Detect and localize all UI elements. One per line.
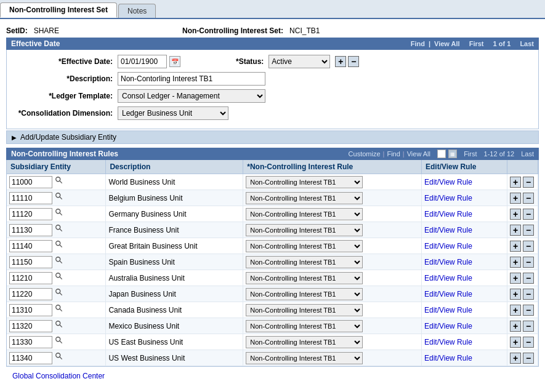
ledger-template-select[interactable]: Consol Ledger - Management xyxy=(118,89,265,103)
rule-select[interactable]: Non-Controlling Interest TB1 xyxy=(246,320,363,332)
svg-point-6 xyxy=(56,225,60,230)
effective-date-title: Effective Date xyxy=(11,39,60,48)
remove-rule-button[interactable]: − xyxy=(523,241,534,252)
add-rule-button[interactable]: + xyxy=(510,337,521,348)
rule-select[interactable]: Non-Controlling Interest TB1 xyxy=(246,240,363,252)
tab-notes[interactable]: Notes xyxy=(118,4,156,18)
remove-rule-button[interactable]: − xyxy=(523,273,534,284)
edit-view-rule-link[interactable]: Edit/View Rule xyxy=(424,322,472,330)
rule-select[interactable]: Non-Controlling Interest TB1 xyxy=(246,192,363,204)
tab-non-controlling[interactable]: Non-Controlling Interest Set xyxy=(0,2,117,18)
remove-rule-button[interactable]: − xyxy=(523,353,534,364)
lookup-icon[interactable] xyxy=(54,287,64,297)
add-rule-button[interactable]: + xyxy=(510,289,521,300)
lookup-icon[interactable] xyxy=(54,191,64,201)
edit-view-rule-link[interactable]: Edit/View Rule xyxy=(424,178,472,186)
edit-view-rule-link[interactable]: Edit/View Rule xyxy=(424,210,472,218)
rule-select[interactable]: Non-Controlling Interest TB1 xyxy=(246,176,363,188)
lookup-icon[interactable] xyxy=(54,335,64,345)
lookup-icon[interactable] xyxy=(54,271,64,281)
rules-find-link[interactable]: Find xyxy=(387,150,400,158)
rules-last-link[interactable]: Last xyxy=(521,150,534,158)
description-cell: Belgium Business Unit xyxy=(106,190,243,206)
add-rule-button[interactable]: + xyxy=(510,305,521,316)
svg-point-14 xyxy=(56,289,60,294)
rule-select[interactable]: Non-Controlling Interest TB1 xyxy=(246,336,363,348)
edit-view-rule-link[interactable]: Edit/View Rule xyxy=(424,338,472,346)
lookup-icon[interactable] xyxy=(54,239,64,249)
edit-view-rule-link[interactable]: Edit/View Rule xyxy=(424,258,472,266)
entity-input[interactable] xyxy=(9,288,52,300)
remove-rule-button[interactable]: − xyxy=(523,209,534,220)
edit-view-rule-link[interactable]: Edit/View Rule xyxy=(424,290,472,298)
add-rule-button[interactable]: + xyxy=(510,353,521,364)
global-consolidation-link[interactable]: Global Consolidation Center xyxy=(12,372,105,380)
col-actions xyxy=(507,160,538,174)
rules-viewall-link[interactable]: View All xyxy=(407,150,430,158)
entity-input[interactable] xyxy=(9,176,52,188)
lookup-icon[interactable] xyxy=(54,319,64,329)
rule-select[interactable]: Non-Controlling Interest TB1 xyxy=(246,208,363,220)
add-rule-button[interactable]: + xyxy=(510,257,521,268)
rule-select[interactable]: Non-Controlling Interest TB1 xyxy=(246,288,363,300)
rules-first-link[interactable]: First xyxy=(464,150,477,158)
first-link[interactable]: First xyxy=(469,40,484,47)
entity-input[interactable] xyxy=(9,320,52,332)
remove-rule-button[interactable]: − xyxy=(523,305,534,316)
lookup-icon[interactable] xyxy=(54,175,64,185)
remove-rule-button[interactable]: − xyxy=(523,177,534,188)
entity-input[interactable] xyxy=(9,192,52,204)
remove-rule-button[interactable]: − xyxy=(523,225,534,236)
edit-view-rule-link[interactable]: Edit/View Rule xyxy=(424,306,472,314)
entity-input[interactable] xyxy=(9,256,52,268)
remove-rule-button[interactable]: − xyxy=(523,193,534,204)
remove-rule-button[interactable]: − xyxy=(523,321,534,332)
edit-view-rule-link[interactable]: Edit/View Rule xyxy=(424,242,472,250)
entity-input[interactable] xyxy=(9,272,52,284)
description-input[interactable] xyxy=(118,72,265,86)
tab-bar: Non-Controlling Interest Set Notes xyxy=(0,0,545,19)
lookup-icon[interactable] xyxy=(54,255,64,265)
edit-view-rule-link[interactable]: Edit/View Rule xyxy=(424,226,472,234)
viewall-link[interactable]: View All xyxy=(434,40,460,47)
lookup-icon[interactable] xyxy=(54,303,64,313)
remove-rule-button[interactable]: − xyxy=(523,257,534,268)
entity-input[interactable] xyxy=(9,240,52,252)
subsidiary-header[interactable]: ▶ Add/Update Subsidiary Entity xyxy=(6,130,539,144)
edit-view-rule-link[interactable]: Edit/View Rule xyxy=(424,194,472,202)
rule-select[interactable]: Non-Controlling Interest TB1 xyxy=(246,256,363,268)
lookup-icon[interactable] xyxy=(54,351,64,361)
edit-view-rule-link[interactable]: Edit/View Rule xyxy=(424,274,472,282)
calendar-icon[interactable]: 📅 xyxy=(169,56,180,67)
add-rule-button[interactable]: + xyxy=(510,193,521,204)
find-link[interactable]: Find xyxy=(411,40,425,47)
add-rule-button[interactable]: + xyxy=(510,225,521,236)
customize-link[interactable]: Customize xyxy=(349,150,381,158)
lookup-icon[interactable] xyxy=(54,207,64,217)
remove-rule-button[interactable]: − xyxy=(523,337,534,348)
add-rule-button[interactable]: + xyxy=(510,321,521,332)
entity-input[interactable] xyxy=(9,208,52,220)
entity-input[interactable] xyxy=(9,304,52,316)
rule-select[interactable]: Non-Controlling Interest TB1 xyxy=(246,352,363,364)
status-select[interactable]: Active Inactive xyxy=(268,55,330,68)
consolidation-dim-select[interactable]: Ledger Business Unit xyxy=(118,106,228,120)
add-row-button[interactable]: + xyxy=(335,56,346,67)
add-rule-button[interactable]: + xyxy=(510,177,521,188)
edit-view-rule-link[interactable]: Edit/View Rule xyxy=(424,354,472,362)
rule-select[interactable]: Non-Controlling Interest TB1 xyxy=(246,272,363,284)
entity-input[interactable] xyxy=(9,224,52,236)
entity-input[interactable] xyxy=(9,352,52,364)
add-rule-button[interactable]: + xyxy=(510,241,521,252)
effective-date-input[interactable] xyxy=(118,55,167,68)
lookup-icon[interactable] xyxy=(54,223,64,233)
remove-rule-button[interactable]: − xyxy=(523,289,534,300)
rule-select[interactable]: Non-Controlling Interest TB1 xyxy=(246,304,363,316)
add-rule-button[interactable]: + xyxy=(510,273,521,284)
add-rule-button[interactable]: + xyxy=(510,209,521,220)
remove-row-button[interactable]: − xyxy=(348,56,359,67)
rule-select[interactable]: Non-Controlling Interest TB1 xyxy=(246,224,363,236)
rules-section: Non-Controlling Interest Rules Customize… xyxy=(6,148,539,367)
entity-input[interactable] xyxy=(9,336,52,348)
last-link[interactable]: Last xyxy=(520,40,534,47)
